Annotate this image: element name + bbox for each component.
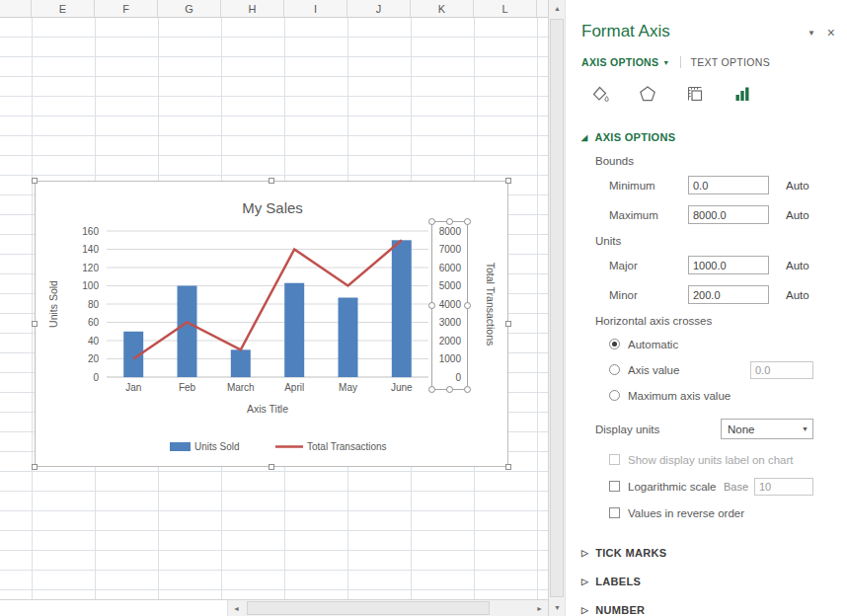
selection-handle[interactable] bbox=[465, 219, 471, 225]
x-axis-title[interactable]: Axis Title bbox=[247, 403, 288, 415]
x-axis-label[interactable]: Jan bbox=[125, 382, 141, 393]
horizontal-scroll-track[interactable] bbox=[245, 600, 531, 616]
maximum-auto-button[interactable]: Auto bbox=[786, 209, 809, 221]
logarithmic-scale-checkbox-row[interactable]: Logarithmic scale Base bbox=[609, 478, 813, 495]
display-units-select[interactable]: None ▼ bbox=[721, 419, 813, 439]
close-icon[interactable]: × bbox=[827, 26, 835, 39]
minor-input[interactable] bbox=[688, 285, 769, 304]
maximum-input[interactable] bbox=[688, 205, 769, 224]
column-header-J[interactable]: J bbox=[347, 0, 411, 17]
minimum-auto-button[interactable]: Auto bbox=[786, 180, 809, 192]
tab-axis-options[interactable]: AXIS OPTIONS ▼ bbox=[581, 56, 670, 68]
chart-resize-handle[interactable] bbox=[505, 178, 511, 184]
right-axis-tick[interactable]: 6000 bbox=[439, 263, 462, 273]
bar-june[interactable] bbox=[392, 240, 412, 377]
left-axis-tick[interactable]: 0 bbox=[93, 372, 99, 383]
chart-resize-handle[interactable] bbox=[269, 178, 274, 184]
chart-title[interactable]: My Sales bbox=[242, 199, 303, 216]
selection-handle[interactable] bbox=[465, 303, 471, 309]
left-axis-tick[interactable]: 100 bbox=[82, 280, 99, 291]
right-axis-tick[interactable]: 3000 bbox=[439, 317, 462, 328]
column-header-K[interactable]: K bbox=[411, 0, 474, 17]
selection-handle[interactable] bbox=[429, 387, 435, 393]
column-header-H[interactable]: H bbox=[221, 0, 284, 17]
legend-swatch-bar[interactable] bbox=[170, 442, 191, 451]
chart-resize-handle[interactable] bbox=[269, 464, 274, 470]
scroll-left-button[interactable]: ◄ bbox=[228, 600, 245, 616]
chart-resize-handle[interactable] bbox=[505, 321, 511, 327]
selection-handle[interactable] bbox=[429, 219, 435, 225]
right-axis-tick[interactable]: 5000 bbox=[439, 280, 462, 291]
pane-options-icon[interactable]: ▼ bbox=[808, 29, 815, 38]
column-header-F[interactable]: F bbox=[95, 0, 158, 17]
major-input[interactable] bbox=[688, 256, 769, 274]
left-axis-tick[interactable]: 160 bbox=[82, 226, 99, 237]
scroll-right-button[interactable]: ► bbox=[531, 600, 548, 616]
legend-label-units-sold[interactable]: Units Sold bbox=[194, 441, 240, 452]
column-header-I[interactable]: I bbox=[284, 0, 347, 17]
bar-march[interactable] bbox=[231, 349, 251, 377]
x-axis-label[interactable]: March bbox=[227, 382, 255, 393]
selection-handle[interactable] bbox=[447, 387, 453, 393]
right-axis-tick[interactable]: 2000 bbox=[439, 336, 462, 346]
horizontal-scroll-thumb[interactable] bbox=[247, 601, 490, 615]
bar-may[interactable] bbox=[339, 298, 358, 378]
chart-resize-handle[interactable] bbox=[32, 178, 38, 184]
right-axis-tick[interactable]: 0 bbox=[455, 372, 461, 383]
left-axis-tick[interactable]: 20 bbox=[88, 353, 100, 364]
vertical-scroll-thumb[interactable] bbox=[550, 19, 564, 597]
chart-icon[interactable] bbox=[730, 82, 755, 106]
left-axis-tick[interactable]: 40 bbox=[88, 336, 100, 346]
right-axis-title[interactable]: Total Transactions bbox=[485, 263, 497, 346]
radio-maximum-axis-value[interactable]: Maximum axis value bbox=[609, 387, 813, 404]
section-tick-marks[interactable]: ▷ TICK MARKS bbox=[581, 547, 813, 559]
minimum-input[interactable] bbox=[688, 176, 769, 194]
right-axis-tick[interactable]: 1000 bbox=[439, 353, 462, 364]
legend-label-total-transactions[interactable]: Total Transactions bbox=[307, 441, 387, 452]
selection-handle[interactable] bbox=[465, 387, 471, 393]
left-axis-tick[interactable]: 80 bbox=[88, 299, 100, 310]
selection-handle[interactable] bbox=[429, 303, 435, 309]
right-axis-tick[interactable]: 8000 bbox=[439, 226, 462, 237]
chart-resize-handle[interactable] bbox=[32, 321, 38, 327]
scroll-down-button[interactable]: ▼ bbox=[549, 599, 566, 616]
major-auto-button[interactable]: Auto bbox=[786, 260, 809, 271]
left-axis-tick[interactable]: 120 bbox=[82, 263, 99, 273]
left-axis-tick[interactable]: 60 bbox=[88, 317, 100, 328]
section-labels[interactable]: ▷ LABELS bbox=[581, 576, 813, 587]
radio-axis-value[interactable]: Axis value bbox=[609, 361, 813, 378]
right-axis-tick[interactable]: 4000 bbox=[439, 299, 462, 310]
minor-auto-button[interactable]: Auto bbox=[786, 289, 809, 301]
fill-icon[interactable] bbox=[587, 82, 613, 106]
collapsed-sections: ▷ TICK MARKS ▷ LABELS ▷ NUMBER bbox=[581, 547, 813, 616]
x-axis-label[interactable]: May bbox=[339, 382, 357, 393]
selection-handle[interactable] bbox=[447, 219, 453, 225]
scroll-up-button[interactable]: ▲ bbox=[549, 0, 566, 17]
chart-resize-handle[interactable] bbox=[505, 464, 511, 470]
tab-text-options[interactable]: TEXT OPTIONS bbox=[691, 56, 770, 68]
bar-april[interactable] bbox=[284, 283, 304, 377]
section-number[interactable]: ▷ NUMBER bbox=[581, 604, 813, 616]
x-axis-label[interactable]: April bbox=[284, 382, 304, 393]
vertical-scroll-track[interactable] bbox=[549, 17, 565, 599]
chart-resize-handle[interactable] bbox=[32, 464, 38, 470]
sales-chart[interactable]: My Sales02040608010012014016001000200030… bbox=[36, 182, 507, 466]
vertical-scrollbar[interactable]: ▲ ▼ bbox=[548, 0, 565, 616]
size-properties-icon[interactable] bbox=[682, 82, 708, 106]
bar-feb[interactable] bbox=[178, 286, 197, 378]
values-reverse-checkbox-row[interactable]: Values in reverse order bbox=[609, 504, 813, 521]
x-axis-label[interactable]: Feb bbox=[179, 382, 196, 393]
column-header-G[interactable]: G bbox=[158, 0, 221, 17]
section-axis-options[interactable]: ◢ AXIS OPTIONS bbox=[581, 131, 813, 143]
left-axis-tick[interactable]: 140 bbox=[82, 244, 99, 255]
horizontal-scrollbar[interactable]: ◄ ► bbox=[0, 599, 548, 616]
radio-automatic[interactable]: Automatic bbox=[609, 336, 813, 352]
chart-object[interactable]: My Sales02040608010012014016001000200030… bbox=[35, 181, 508, 467]
section-labels-label: LABELS bbox=[595, 576, 641, 587]
x-axis-label[interactable]: June bbox=[391, 382, 413, 393]
effects-icon[interactable] bbox=[635, 82, 660, 106]
column-header-L[interactable]: L bbox=[474, 0, 537, 17]
column-header-E[interactable]: E bbox=[32, 0, 95, 17]
right-axis-tick[interactable]: 7000 bbox=[439, 244, 462, 255]
left-axis-title[interactable]: Units Sold bbox=[47, 280, 59, 328]
